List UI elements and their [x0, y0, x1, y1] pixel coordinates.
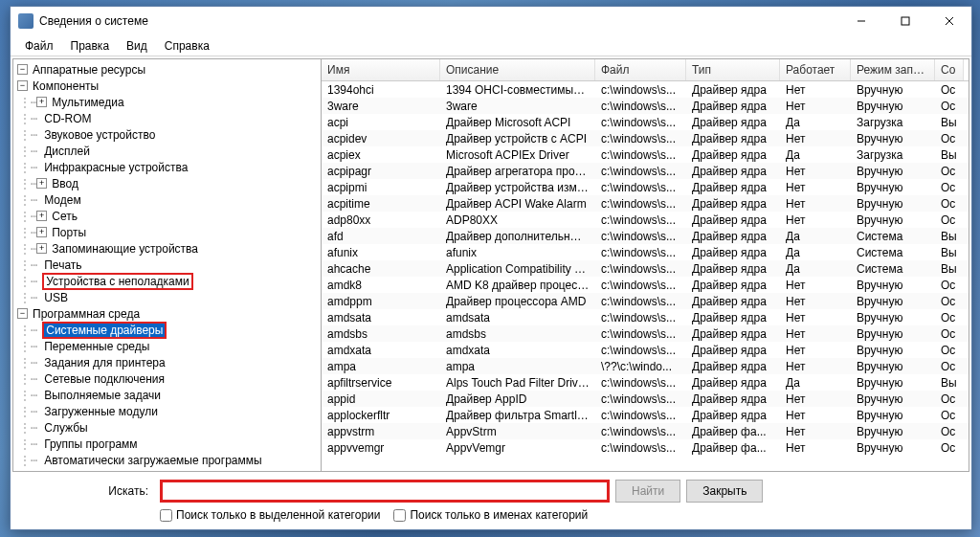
maximize-button[interactable] — [883, 7, 927, 35]
table-cell: Да — [780, 115, 851, 130]
table-row[interactable]: acpiexMicrosoft ACPIEx Driverc:\windows\… — [322, 146, 969, 163]
tree-item[interactable]: ⋮⋯Загруженные модули — [13, 403, 321, 419]
table-cell: Драйвер ядра — [686, 359, 780, 374]
table-cell: c:\windows\s... — [595, 424, 686, 439]
table-row[interactable]: ampaampa\??\c:\windo...Драйвер ядраНетВр… — [322, 358, 969, 374]
table-row[interactable]: appidДрайвер AppIDc:\windows\s...Драйвер… — [322, 391, 969, 407]
table-row[interactable]: appvstrmAppvStrmc:\windows\s...Драйвер ф… — [322, 423, 969, 439]
table-cell: c:\windows\s... — [595, 131, 686, 146]
tree-item[interactable]: ⋮⋯CD-ROM — [13, 110, 321, 126]
column-header[interactable]: Описание — [440, 59, 595, 80]
table-row[interactable]: afunixafunixc:\windows\s...Драйвер ядраД… — [322, 244, 969, 260]
tree-item[interactable]: −Аппаратные ресурсы — [13, 61, 321, 78]
table-row[interactable]: amdsbsamdsbsc:\windows\s...Драйвер ядраН… — [322, 325, 969, 342]
tree-item[interactable]: ⋮⋯Инфракрасные устройства — [13, 159, 321, 175]
table-cell: Драйвер ядра — [686, 392, 780, 407]
column-header[interactable]: Имя — [322, 59, 440, 80]
table-cell: Драйвер ядра — [686, 164, 780, 179]
table-cell: Ос — [935, 196, 964, 212]
table-row[interactable]: apfiltrserviceAlps Touch Pad Filter Driv… — [322, 374, 969, 391]
table-cell: Вручную — [851, 82, 935, 98]
tree-item[interactable]: ⋮⋯+Запоминающие устройства — [13, 240, 321, 257]
menu-справка[interactable]: Справка — [156, 36, 218, 56]
tree-item[interactable]: ⋮⋯Печать — [13, 257, 321, 273]
chk-selected-category[interactable]: Поиск только в выделенной категории — [160, 508, 380, 522]
table-row[interactable]: acpipmiДрайвер устройства измерен...c:\w… — [322, 179, 969, 195]
tree-item[interactable]: ⋮⋯USB — [13, 289, 321, 305]
table-cell: Вручную — [851, 278, 935, 293]
table-row[interactable]: amdsataamdsatac:\windows\s...Драйвер ядр… — [322, 309, 969, 325]
menu-правка[interactable]: Правка — [62, 36, 119, 56]
tree-item[interactable]: ⋮⋯+Порты — [13, 224, 321, 240]
table-cell: AMD K8 драйвер процессора — [440, 278, 595, 293]
table-cell: Ос — [935, 164, 964, 179]
tree-item[interactable]: ⋮⋯+Мультимедиа — [13, 94, 321, 110]
tree-item[interactable]: ⋮⋯Группы программ — [13, 436, 321, 452]
table-cell: Да — [780, 245, 851, 260]
tree-item[interactable]: ⋮⋯+Сеть — [13, 208, 321, 224]
table-row[interactable]: amdxataamdxatac:\windows\s...Драйвер ядр… — [322, 342, 969, 358]
table-cell: afunix — [440, 245, 595, 260]
category-tree[interactable]: −Аппаратные ресурсы−Компоненты⋮⋯+Мультим… — [13, 59, 322, 471]
table-cell: Загрузка — [851, 115, 935, 130]
table-cell: Драйвер ядра — [686, 343, 780, 358]
table-row[interactable]: 3ware3warec:\windows\s...Драйвер ядраНет… — [322, 98, 969, 114]
tree-item[interactable]: ⋮⋯Переменные среды — [13, 338, 321, 354]
table-cell: amdk8 — [322, 278, 440, 293]
column-header[interactable]: Режим запуска — [851, 59, 935, 80]
tree-item[interactable]: ⋮⋯Автоматически загружаемые программы — [13, 452, 321, 468]
close-button[interactable] — [927, 7, 971, 35]
tree-item[interactable]: ⋮⋯Устройства с неполадками — [13, 273, 321, 289]
table-row[interactable]: applockerfltrДрайвер фильтра Smartlocker… — [322, 407, 969, 423]
table-cell: 1394 OHCI-совместимый хост... — [440, 82, 595, 98]
tree-item[interactable]: ⋮⋯Дисплей — [13, 143, 321, 159]
menu-файл[interactable]: Файл — [16, 36, 62, 56]
tree-item[interactable]: ⋮⋯Сетевые подключения — [13, 370, 321, 387]
tree-item[interactable]: ⋮⋯Выполняемые задачи — [13, 387, 321, 403]
column-header[interactable]: Тип — [686, 59, 780, 80]
table-row[interactable]: acpidevДрайвер устройств с ACPIc:\window… — [322, 130, 969, 146]
table-row[interactable]: amdk8AMD K8 драйвер процессораc:\windows… — [322, 277, 969, 293]
tree-item[interactable]: ⋮⋯Задания для принтера — [13, 354, 321, 370]
table-cell: Драйвер фильтра Smartlocker — [440, 408, 595, 423]
tree-item[interactable]: −Компоненты — [13, 78, 321, 94]
table-cell: 3ware — [440, 99, 595, 114]
table-row[interactable]: acpipagrДрайвер агрегатора процесс...c:\… — [322, 163, 969, 179]
table-row[interactable]: afdДрайвер дополнительных фу...c:\window… — [322, 228, 969, 244]
search-input[interactable] — [160, 480, 610, 503]
tree-item[interactable]: −Программная среда — [13, 305, 321, 322]
table-cell: Вы — [935, 147, 964, 163]
tree-item[interactable]: ⋮⋯Системные драйверы — [13, 322, 321, 338]
tree-item[interactable]: ⋮⋯Службы — [13, 419, 321, 436]
find-button[interactable]: Найти — [615, 480, 680, 503]
table-row[interactable]: appvvemgrAppvVemgrc:\windows\s...Драйвер… — [322, 439, 969, 456]
table-cell: Драйвер ядра — [686, 375, 780, 391]
table-cell: c:\windows\s... — [595, 408, 686, 423]
table-row[interactable]: amdppmДрайвер процессора AMDc:\windows\s… — [322, 293, 969, 309]
table-cell: AppvVemgr — [440, 440, 595, 456]
list-body[interactable]: 1394ohci1394 OHCI-совместимый хост...c:\… — [322, 81, 969, 471]
tree-item[interactable]: ⋮⋯+Ввод — [13, 175, 321, 191]
table-cell: Ос — [935, 82, 964, 98]
tree-item[interactable]: ⋮⋯Модем — [13, 191, 321, 208]
table-cell: Вы — [935, 375, 964, 391]
column-header[interactable]: Файл — [595, 59, 686, 80]
table-cell: afunix — [322, 245, 440, 260]
close-search-button[interactable]: Закрыть — [686, 480, 763, 503]
minimize-button[interactable] — [839, 7, 883, 35]
menu-вид[interactable]: Вид — [118, 36, 156, 56]
tree-item[interactable]: ⋮⋯Регистрация OLE — [13, 468, 321, 471]
footer: Искать: Найти Закрыть Поиск только в выд… — [11, 474, 971, 529]
table-row[interactable]: acpitimeДрайвер ACPI Wake Alarmc:\window… — [322, 195, 969, 212]
table-cell: Вручную — [851, 343, 935, 358]
table-row[interactable]: ahcacheApplication Compatibility Cachec:… — [322, 260, 969, 277]
table-row[interactable]: acpiДрайвер Microsoft ACPIc:\windows\s..… — [322, 114, 969, 130]
column-header[interactable]: Со — [935, 59, 964, 80]
tree-item[interactable]: ⋮⋯Звуковое устройство — [13, 126, 321, 143]
table-row[interactable]: 1394ohci1394 OHCI-совместимый хост...c:\… — [322, 81, 969, 98]
column-header[interactable]: Работает — [780, 59, 851, 80]
table-cell: Вручную — [851, 359, 935, 374]
table-cell: c:\windows\s... — [595, 82, 686, 98]
table-row[interactable]: adp80xxADP80XXc:\windows\s...Драйвер ядр… — [322, 212, 969, 228]
chk-category-names[interactable]: Поиск только в именах категорий — [393, 508, 588, 522]
